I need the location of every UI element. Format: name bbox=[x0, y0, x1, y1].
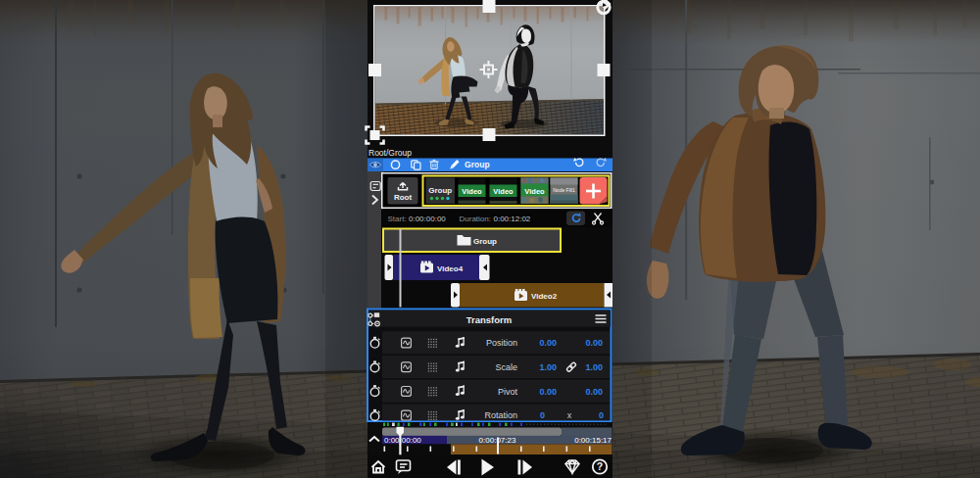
svg-text:Transform: Transform bbox=[466, 314, 512, 325]
svg-text:Video2: Video2 bbox=[531, 292, 558, 301]
svg-text:Start:: Start: bbox=[388, 215, 407, 223]
svg-text:0:00:07:23: 0:00:07:23 bbox=[479, 436, 516, 445]
svg-text:?: ? bbox=[597, 460, 603, 472]
svg-text:Video: Video bbox=[462, 187, 482, 196]
svg-text:0: 0 bbox=[599, 410, 604, 420]
svg-text:0.00: 0.00 bbox=[585, 338, 603, 348]
svg-text:Position: Position bbox=[486, 338, 517, 348]
svg-text:Video4: Video4 bbox=[437, 264, 464, 273]
svg-text:Root/Group: Root/Group bbox=[368, 148, 412, 158]
svg-text:0.00: 0.00 bbox=[585, 387, 603, 397]
svg-text:Group: Group bbox=[428, 186, 452, 195]
svg-text:Scale: Scale bbox=[495, 362, 517, 372]
svg-text:0:00:12:02: 0:00:12:02 bbox=[494, 215, 531, 223]
svg-text:Pivot: Pivot bbox=[498, 387, 518, 397]
svg-text:0.00: 0.00 bbox=[539, 387, 557, 397]
svg-text:1.00: 1.00 bbox=[585, 362, 603, 372]
svg-text:0: 0 bbox=[540, 410, 545, 420]
svg-text:Rotation: Rotation bbox=[484, 410, 517, 420]
svg-text:Group: Group bbox=[465, 160, 490, 169]
svg-text:0:00:00:00: 0:00:00:00 bbox=[409, 215, 446, 223]
svg-text:Duration:: Duration: bbox=[460, 215, 491, 223]
svg-text:Group: Group bbox=[473, 237, 497, 246]
svg-text:Video: Video bbox=[493, 187, 514, 196]
svg-text:0:00:00:00: 0:00:00:00 bbox=[384, 436, 421, 445]
svg-text:Root: Root bbox=[394, 193, 413, 202]
svg-text:0:00:15:17: 0:00:15:17 bbox=[574, 436, 612, 445]
svg-text:1.00: 1.00 bbox=[539, 362, 557, 372]
svg-text:0.00: 0.00 bbox=[539, 338, 557, 348]
svg-text:Node Fill1: Node Fill1 bbox=[553, 187, 575, 193]
svg-text:x: x bbox=[567, 410, 572, 420]
svg-text:Video: Video bbox=[524, 187, 545, 196]
